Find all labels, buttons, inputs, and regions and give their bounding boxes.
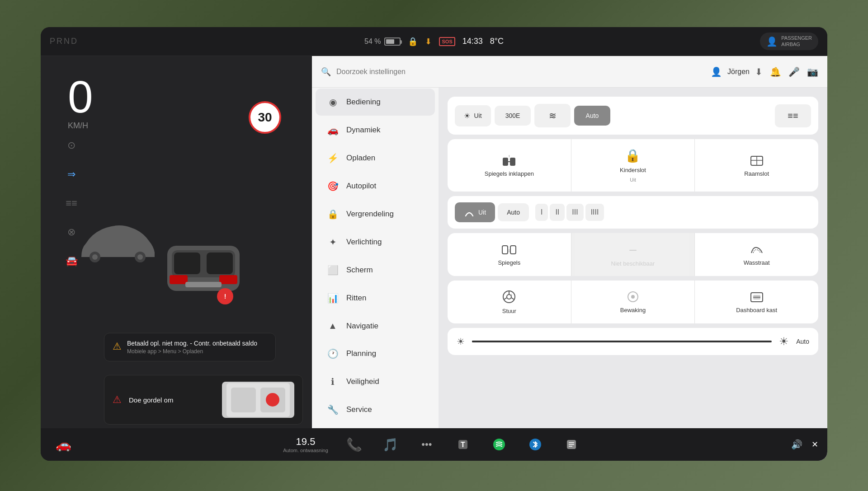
passenger-airbag-badge: 👤 PASSENGERAIRBAG [760,33,818,50]
svg-point-3 [137,254,143,260]
taskbar-more[interactable]: ••• [413,431,440,458]
main-content: ☀ Uit 300E ≋ Auto ≡≡ [439,88,827,461]
outside-temp: 8°C [490,37,504,46]
nav-label-autopilot: Autopilot [346,182,376,191]
light-btn-medium[interactable]: ≋ [534,104,571,127]
taskbar-home[interactable]: 🚗 [50,431,77,458]
nav-item-ritten[interactable]: 📊 Ritten [316,285,435,312]
brightness-slider[interactable] [472,341,772,342]
brightness-auto-label[interactable]: Auto [796,338,809,345]
stuur-label: Stuur [502,308,516,314]
nav-item-vergrendeling[interactable]: 🔒 Vergrendeling [316,201,435,228]
feature-btn-stuur[interactable]: ↕ Stuur [448,281,571,323]
nav-label-verlichting: Verlichting [346,238,382,247]
bell-icon[interactable]: 🔔 [770,67,781,77]
feature-btn-dashboard-kast[interactable]: Dashboard kast [695,281,818,323]
lock-btn-icon: 🔒 [625,148,641,163]
taskbar-music[interactable]: 🎵 [377,431,404,458]
feature-btn-raamslot[interactable]: Raamslot [695,139,818,192]
kinderslot-label: Kinderslot [620,167,646,173]
volume-icon[interactable]: 🔊 [791,439,802,450]
svg-text:↕: ↕ [508,248,510,253]
alert-warning-icon: ⚠ [113,341,122,352]
header-icons: ⬇ 🔔 🎤 📷 [755,66,818,77]
spiegels2-label: Spiegels [498,259,520,266]
wiper-speed-buttons: I II III IIII [535,204,604,221]
dynamiek-icon: 🚗 [326,125,339,136]
wiper-speed-2[interactable]: II [550,204,565,221]
feature-grid-1: ↕ Spiegels inklappen 🔒 Kinderslot Uit [448,139,818,192]
wiper-speed-3[interactable]: III [566,204,583,221]
camera-icon[interactable]: 📷 [807,66,818,77]
service-icon: 🔧 [326,404,339,415]
svg-point-17 [266,393,279,407]
svg-rect-15 [231,388,256,412]
taskbar-bluetooth[interactable] [522,431,549,458]
taskbar-spotify[interactable] [486,431,513,458]
autopilot-icon[interactable]: ⊙ [63,137,80,154]
nav-item-verlichting[interactable]: ✦ Verlichting [316,229,435,256]
mic-icon[interactable]: 🎤 [788,66,800,77]
taskbar-phone[interactable]: 📞 [341,431,368,458]
lane-assist-icon[interactable]: ⇒ [63,166,80,182]
feature-btn-spiegels[interactable]: ↕ Spiegels inklappen [448,139,571,192]
feature-btn-wasstraat[interactable]: Wasstraat [695,233,818,276]
nav-item-planning[interactable]: 🕐 Planning [316,340,435,367]
alert-sub-text: Mobiele app > Menu > Opladen [127,348,257,355]
nav-label-service: Service [346,405,372,414]
light-btn-uit[interactable]: ☀ Uit [455,105,491,126]
svg-point-35 [631,295,635,299]
sos-badge[interactable]: SOS [439,37,455,46]
svg-line-32 [511,298,514,299]
nav-label-veiligheid: Veiligheid [346,377,379,386]
svg-rect-7 [207,253,233,274]
light-label-300e: 300E [505,112,520,119]
nav-item-autopilot[interactable]: 🎯 Autopilot [316,173,435,200]
taskbar-tesla[interactable]: T [449,431,476,458]
light-btn-high[interactable]: ≡≡ [775,104,811,127]
wiper-btn-auto[interactable]: Auto [498,203,529,221]
wiper-btn-uit[interactable]: Uit [455,202,495,222]
feature-btn-niet-beschikbaar: – Niet beschikbaar [571,233,695,276]
ambient-light-row: ☀ Uit 300E ≋ Auto ≡≡ [448,97,818,135]
feature-btn-kinderslot[interactable]: 🔒 Kinderslot Uit [571,139,695,192]
speed-display: 0 KM/H [68,74,93,131]
nav-item-scherm[interactable]: ⬜ Scherm [316,257,435,284]
svg-point-41 [493,439,505,450]
nav-sidebar: ◉ Bediening 🚗 Dynamiek ⚡ Opladen 🎯 Autop… [312,88,439,461]
taskbar-notes[interactable] [558,431,585,458]
car-rear-view: ! [158,228,249,309]
niet-beschikbaar-label: Niet beschikbaar [611,260,655,267]
update-icon[interactable]: ⬇ [755,67,763,77]
nav-item-dynamiek[interactable]: 🚗 Dynamiek [316,117,435,144]
nav-item-opladen[interactable]: ⚡ Opladen [316,145,435,172]
feature-btn-spiegels2[interactable]: ↕ Spiegels [448,233,571,276]
verlichting-icon: ✦ [326,237,339,248]
search-icon: 🔍 [321,67,331,77]
traffic-icon[interactable]: ≡≡ [63,195,80,211]
status-right: 👤 PASSENGERAIRBAG [760,33,818,50]
wiper-speed-1[interactable]: I [535,204,548,221]
surveillance-icon [626,290,640,303]
wiper-speed-4[interactable]: IIII [585,204,604,221]
taskbar: 🚗 19.5 Autom. ontwaasning 📞 🎵 ••• T [41,428,827,461]
volume-mute-icon[interactable]: ✕ [811,440,818,449]
feature-grid-3: ↕ Stuur Bewaking [448,281,818,323]
nav-item-veiligheid[interactable]: ℹ Veiligheid [316,368,435,395]
feature-btn-bewaking[interactable]: Bewaking [571,281,695,323]
nav-item-bediening[interactable]: ◉ Bediening [316,89,435,116]
nav-label-bediening: Bediening [346,98,381,107]
nav-item-service[interactable]: 🔧 Service [316,396,435,423]
nav-label-vergrendeling: Vergrendeling [346,210,394,219]
light-btn-auto[interactable]: Auto [574,106,610,126]
alert-main-text: Betaald opl. niet mog. - Contr. onbetaal… [127,340,257,347]
nav-item-navigatie[interactable]: ▲ Navigatie [316,313,435,339]
svg-rect-19 [510,158,515,166]
light-icon-high: ≡≡ [788,111,798,121]
status-bar: PRND 54 % 🔒 ⬇ SOS 14:33 8°C 👤 PASSENGERA… [41,27,827,56]
dashboard-kast-label: Dashboard kast [736,307,777,313]
battery-fill [386,39,394,44]
light-btn-300e[interactable]: 300E [495,106,531,126]
dash-icon: – [629,242,637,257]
light-label-auto: Auto [586,112,599,119]
